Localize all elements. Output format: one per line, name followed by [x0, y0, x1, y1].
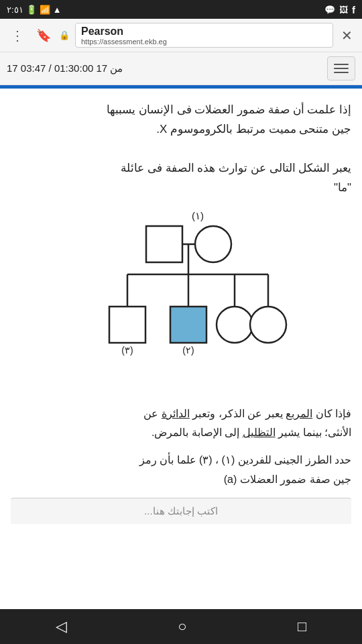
circle-word: الدائرة: [162, 408, 190, 419]
signal-icon: 📶: [40, 5, 50, 15]
home-button[interactable]: ○: [164, 614, 200, 639]
question-line-1: إذا علمت أن صفة ضمور العضلات فى الإنسان …: [11, 101, 351, 120]
task-line-2: جين صفة ضمور العضلات (a): [224, 474, 351, 485]
question-line-4: "ما": [11, 178, 351, 198]
bookmark-button[interactable]: 🔖: [34, 27, 54, 44]
back-button[interactable]: □: [284, 614, 320, 639]
square-word: المربع: [286, 408, 312, 419]
child2-shape: [170, 307, 206, 343]
battery-icon: 🔋: [26, 5, 37, 15]
forward-button[interactable]: ◁: [42, 614, 80, 639]
task-description: حدد الطرز الجينى للفردين (١) ، (٣) علما …: [11, 451, 351, 490]
pedigree-diagram: (١): [11, 207, 351, 395]
lock-icon: 🔒: [59, 30, 70, 40]
hamburger-line-1: [334, 64, 349, 65]
wifi-icon: ▲: [53, 5, 62, 15]
url-bar[interactable]: Pearson https://assessment.ekb.eg: [75, 23, 333, 48]
child1-shape: [109, 307, 145, 343]
close-tab-button[interactable]: ✕: [339, 26, 355, 45]
nav-bar: 17 من 17 01:30:00 / 03:47: [0, 52, 362, 85]
child2-label: (٢): [182, 345, 194, 356]
status-left: ٢:٥١ 🔋 📶 ▲: [7, 5, 62, 15]
bottom-nav: □ ○ ◁: [0, 609, 362, 644]
pedigree-svg: (١): [60, 207, 302, 395]
hamburger-menu-button[interactable]: [327, 56, 355, 80]
gen1-label: (١): [192, 210, 204, 221]
hamburger-line-3: [334, 72, 349, 73]
task-line-1: حدد الطرز الجينى للفردين (١) ، (٣) علما …: [139, 454, 351, 466]
child4-shape: [250, 307, 286, 343]
shading-word: التظليل: [243, 427, 276, 438]
gen1-male-shape: [146, 226, 182, 262]
bottom-line-1: فإذا كان المربع يعبر عن الذكر، وتعبر الد…: [143, 408, 351, 419]
gen1-female-shape: [195, 226, 231, 262]
hamburger-line-2: [334, 68, 349, 69]
bottom-description: فإذا كان المربع يعبر عن الذكر، وتعبر الد…: [11, 405, 351, 443]
photo-icon: 🖼: [339, 5, 348, 15]
browser-menu-button[interactable]: ⋮: [7, 26, 28, 45]
answer-hint-text: اكتب إجابتك هنا...: [144, 505, 218, 517]
site-url: https://assessment.ekb.eg: [81, 38, 167, 46]
messenger-icon: 💬: [324, 5, 335, 15]
child1-label: (٣): [121, 345, 133, 356]
question-text: إذا علمت أن صفة ضمور العضلات فى الإنسان …: [11, 101, 351, 197]
content-area: إذا علمت أن صفة ضمور العضلات فى الإنسان …: [0, 89, 362, 571]
question-line-2: جين متنحى مميت مرتبط بالكروموسوم X.: [11, 120, 351, 140]
facebook-icon: f: [352, 4, 355, 15]
status-bar: ٢:٥١ 🔋 📶 ▲ 💬 🖼 f: [0, 0, 362, 19]
child3-shape: [217, 307, 253, 343]
status-right: 💬 🖼 f: [324, 4, 355, 15]
bottom-line-2: الأنثى؛ بينما يشير التظليل إلى الإصابة ب…: [152, 427, 351, 438]
answer-input-area[interactable]: اكتب إجابتك هنا...: [11, 498, 351, 524]
site-title: Pearson: [81, 25, 123, 38]
browser-toolbar: ⋮ 🔖 🔒 Pearson https://assessment.ekb.eg …: [0, 19, 362, 52]
timer-display: 17 من 17 01:30:00 / 03:47: [7, 62, 123, 74]
question-line-3: يعبر الشكل التالى عن توارث هذه الصفة فى …: [11, 159, 351, 178]
time-display: ٢:٥١: [7, 5, 23, 15]
